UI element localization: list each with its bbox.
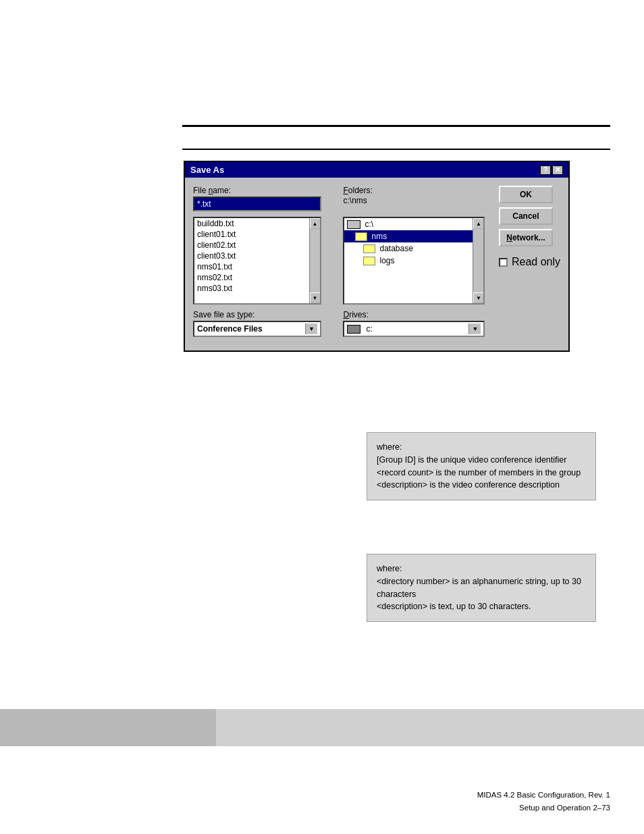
info-box-1: where: [Group ID] is the unique video co…: [367, 432, 596, 500]
buttons-section: OK Cancel Network... Read only: [493, 186, 560, 337]
list-item[interactable]: builddb.txt: [194, 218, 320, 229]
info-box-1-line3: <record count> is the number of members …: [377, 467, 586, 479]
info-box-1-line2: [Group ID] is the unique video conferenc…: [377, 454, 586, 467]
info-box-1-line1: where:: [377, 441, 586, 454]
top-rule-1: [182, 125, 610, 127]
list-item[interactable]: client01.txt: [194, 229, 320, 240]
scroll-down-arrow[interactable]: ▼: [310, 292, 321, 303]
folder-listbox-items: c:\ nms database: [344, 218, 483, 303]
folders-section: Folders: c:\nms: [343, 186, 487, 211]
info-box-2-line1: where:: [377, 563, 586, 575]
closed-folder-icon: [363, 244, 375, 253]
folder-label: logs: [379, 256, 394, 265]
filetype-dropdown-arrow[interactable]: ▼: [305, 323, 317, 334]
folder-item-database[interactable]: database: [344, 242, 483, 255]
footer-line2: Setup and Operation 2–73: [477, 802, 610, 814]
filename-input[interactable]: [193, 197, 321, 211]
filetype-section: Save file as type: Conference Files ▼: [193, 310, 338, 337]
folder-label: nms: [371, 232, 387, 241]
page: Save As ? ✕ File name: Folders: c:\nms: [0, 0, 644, 834]
folder-scroll-up[interactable]: ▲: [473, 218, 484, 229]
closed-folder-icon: [363, 257, 375, 265]
filename-section: File name:: [193, 186, 338, 211]
open-folder-icon: [355, 232, 367, 241]
drive-icon: [347, 220, 360, 229]
top-rule-2: [182, 149, 610, 150]
folder-item-drive[interactable]: c:\: [344, 218, 483, 230]
dialog-title: Save As: [190, 165, 224, 175]
dialog-body: File name: Folders: c:\nms OK Cancel Net…: [185, 178, 568, 350]
folder-listbox-scrollbar[interactable]: ▲ ▼: [473, 218, 483, 303]
help-button[interactable]: ?: [540, 165, 551, 175]
info-box-2: where: <directory number> is an alphanum…: [367, 554, 596, 622]
file-listbox[interactable]: builddb.txt client01.txt client02.txt cl…: [193, 217, 321, 305]
folder-item-logs[interactable]: logs: [344, 255, 483, 267]
folder-scroll-down[interactable]: ▼: [473, 292, 484, 303]
list-item[interactable]: nms03.txt: [194, 283, 320, 294]
list-item[interactable]: client03.txt: [194, 251, 320, 261]
file-listbox-scrollbar[interactable]: ▲ ▼: [309, 218, 320, 303]
close-button[interactable]: ✕: [552, 165, 563, 175]
save-as-dialog: Save As ? ✕ File name: Folders: c:\nms: [184, 161, 570, 352]
bottom-bar-inner: [0, 709, 216, 746]
filename-label: File name:: [193, 186, 338, 195]
folders-path: c:\nms: [343, 196, 487, 205]
info-box-2-line2: <directory number> is an alphanumeric st…: [377, 575, 586, 601]
info-box-2-line3: <description> is text, up to 30 characte…: [377, 600, 586, 613]
network-button[interactable]: Network...: [499, 229, 553, 246]
readonly-section: Read only: [499, 256, 560, 268]
readonly-checkbox[interactable]: [499, 258, 508, 267]
drive-icon: [347, 325, 360, 334]
drives-label: Drives:: [343, 310, 487, 319]
list-item[interactable]: nms01.txt: [194, 261, 320, 272]
drives-dropdown-arrow[interactable]: ▼: [468, 323, 481, 334]
filetype-label: Save file as type:: [193, 310, 338, 319]
footer: MIDAS 4.2 Basic Configuration, Rev. 1 Se…: [477, 789, 610, 814]
folder-listbox[interactable]: c:\ nms database: [343, 217, 485, 305]
ok-button[interactable]: OK: [499, 186, 553, 203]
readonly-label: Read only: [512, 256, 560, 268]
list-item[interactable]: client02.txt: [194, 240, 320, 251]
titlebar-buttons: ? ✕: [540, 165, 563, 175]
filetype-value: Conference Files: [197, 324, 305, 334]
drives-value: c:: [347, 324, 468, 334]
drives-select[interactable]: c: ▼: [343, 321, 485, 337]
drives-section: Drives: c: ▼: [343, 310, 487, 337]
list-item[interactable]: nms02.txt: [194, 272, 320, 283]
file-list-section: builddb.txt client01.txt client02.txt cl…: [193, 217, 338, 305]
scroll-up-arrow[interactable]: ▲: [310, 218, 321, 229]
footer-line1: MIDAS 4.2 Basic Configuration, Rev. 1: [477, 789, 610, 801]
info-box-1-line4: <description> is the video conference de…: [377, 479, 586, 492]
filetype-select[interactable]: Conference Files ▼: [193, 321, 321, 337]
folders-label: Folders:: [343, 186, 487, 195]
cancel-button[interactable]: Cancel: [499, 207, 553, 225]
dialog-titlebar: Save As ? ✕: [185, 162, 568, 178]
file-listbox-items: builddb.txt client01.txt client02.txt cl…: [194, 218, 320, 303]
folder-label: c:\: [365, 219, 373, 229]
folder-label: database: [379, 244, 412, 253]
folder-item-nms[interactable]: nms: [344, 230, 483, 242]
